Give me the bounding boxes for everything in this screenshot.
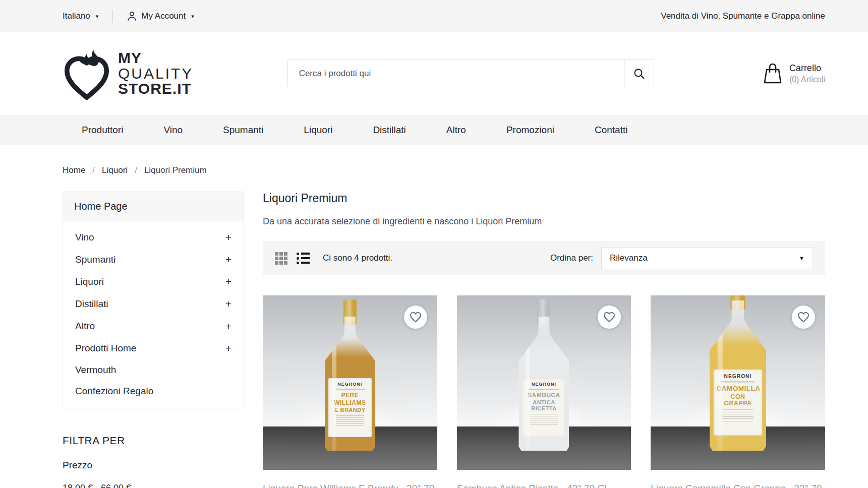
filter-group-prezzo: Prezzo xyxy=(63,460,244,471)
nav-item-spumanti[interactable]: Spumanti xyxy=(223,125,263,136)
heart-icon xyxy=(603,312,615,323)
sidebar-item-prodotti-home[interactable]: Prodotti Home + xyxy=(63,337,244,359)
bottle-brand-text: NEGRONI xyxy=(331,382,369,387)
sidebar-item-label: Prodotti Home xyxy=(75,343,136,354)
product-image[interactable]: NEGRONI PERE WILLIAMS E BRANDY xyxy=(263,295,437,470)
search-box xyxy=(287,59,654,88)
wishlist-button[interactable] xyxy=(792,306,815,329)
cart-count: (0) Articoli xyxy=(789,75,825,84)
sidebar-item-label: Vino xyxy=(75,232,94,243)
breadcrumb-liquori[interactable]: Liquori xyxy=(102,165,128,175)
chevron-down-icon: ▾ xyxy=(96,13,99,20)
chevron-down-icon: ▾ xyxy=(191,13,194,20)
nav-item-altro[interactable]: Altro xyxy=(446,125,466,136)
sidebar-item-label: Confezioni Regalo xyxy=(75,386,153,397)
breadcrumb: Home / Liquori / Liquori Premium xyxy=(0,145,868,192)
nav-item-promozioni[interactable]: Promozioni xyxy=(506,125,554,136)
product-image[interactable]: NEGRONI SAMBUCA ANTICA RICETTA xyxy=(457,295,631,470)
product-count: Ci sono 4 prodotti. xyxy=(323,253,392,263)
sidebar-item-confezioni-regalo[interactable]: Confezioni Regalo xyxy=(63,381,244,402)
nav-item-distillati[interactable]: Distillati xyxy=(373,125,406,136)
product-image[interactable]: NEGRONI CAMOMILLA CON GRAPPA xyxy=(651,295,825,470)
product-grid: NEGRONI PERE WILLIAMS E BRANDY xyxy=(263,295,825,488)
bottle-label-line2: E BRANDY xyxy=(331,407,369,413)
site-tagline: Vendita di Vino, Spumante e Grappa onlin… xyxy=(661,11,825,21)
expand-plus-icon[interactable]: + xyxy=(225,231,232,243)
expand-plus-icon[interactable]: + xyxy=(225,320,232,332)
my-account-menu[interactable]: My Account ▾ xyxy=(127,11,194,21)
sidebar-item-spumanti[interactable]: Spumanti + xyxy=(63,249,244,271)
sidebar-item-altro[interactable]: Altro + xyxy=(63,315,244,337)
expand-plus-icon[interactable]: + xyxy=(225,254,232,266)
wishlist-button[interactable] xyxy=(598,306,621,329)
price-range-value: 18,00 € - 66,00 € xyxy=(63,483,244,488)
search-button[interactable] xyxy=(624,59,654,88)
shopping-bag-icon xyxy=(763,63,782,84)
sidebar-item-vermouth[interactable]: Vermouth xyxy=(63,359,244,381)
sort-select[interactable]: Rilevanza ▼ xyxy=(601,247,813,269)
sidebar-item-label: Vermouth xyxy=(75,364,116,376)
header: MY QUALITY STORE.IT Carrello xyxy=(0,32,868,115)
logo-text-store: STORE.IT xyxy=(118,81,193,97)
product-title[interactable]: Sambuca Antica Ricetta - 42° 70 Cl - Dis… xyxy=(457,481,631,488)
category-panel: Home Page Vino + Spumanti + Liquori + Di… xyxy=(63,192,244,409)
expand-plus-icon[interactable]: + xyxy=(225,342,232,354)
caret-down-icon: ▼ xyxy=(799,255,804,261)
heart-flame-logo-icon xyxy=(63,45,111,102)
bottle-label-line1: SAMBUCA xyxy=(525,392,563,399)
breadcrumb-home[interactable]: Home xyxy=(63,165,85,175)
language-selector[interactable]: Italiano ▾ xyxy=(63,11,98,21)
cart-button[interactable]: Carrello (0) Articoli xyxy=(763,63,825,84)
bottle-illustration: NEGRONI SAMBUCA ANTICA RICETTA xyxy=(518,299,569,451)
sidebar-item-label: Spumanti xyxy=(75,254,115,265)
user-icon xyxy=(127,11,137,21)
cart-label: Carrello xyxy=(789,63,825,74)
nav-item-liquori[interactable]: Liquori xyxy=(304,125,332,136)
product-card: NEGRONI PERE WILLIAMS E BRANDY xyxy=(263,295,437,488)
list-view-icon[interactable] xyxy=(297,253,310,264)
sidebar-item-label: Altro xyxy=(75,321,95,332)
filter-section-title: FILTRA PER xyxy=(63,435,244,447)
sort-by-label: Ordina per: xyxy=(550,253,593,263)
grid-view-icon[interactable] xyxy=(275,252,287,265)
nav-item-produttori[interactable]: Produttori xyxy=(82,125,123,136)
nav-item-contatti[interactable]: Contatti xyxy=(595,125,627,136)
page-title: Liquori Premium xyxy=(263,192,825,205)
product-card: NEGRONI CAMOMILLA CON GRAPPA xyxy=(651,295,825,488)
sidebar-item-distillati[interactable]: Distillati + xyxy=(63,293,244,315)
bottle-brand-text: NEGRONI xyxy=(717,374,760,379)
sidebar-item-vino[interactable]: Vino + xyxy=(63,226,244,249)
sidebar-item-home-page[interactable]: Home Page xyxy=(63,192,244,221)
bottle-label-line2: ANTICA RICETTA xyxy=(525,399,563,411)
sidebar-item-liquori[interactable]: Liquori + xyxy=(63,271,244,293)
breadcrumb-separator: / xyxy=(135,165,137,175)
search-input[interactable] xyxy=(288,59,624,88)
wishlist-button[interactable] xyxy=(404,306,427,329)
language-label: Italiano xyxy=(63,11,90,21)
breadcrumb-separator: / xyxy=(92,165,95,175)
store-logo[interactable]: MY QUALITY STORE.IT xyxy=(63,45,193,102)
product-title[interactable]: Liquore Camomilla Con Grappa - 32° 70 Cl… xyxy=(651,481,825,488)
divider xyxy=(112,10,113,23)
main-navigation: Produttori Vino Spumanti Liquori Distill… xyxy=(0,115,868,145)
bottle-brand-text: NEGRONI xyxy=(525,382,563,387)
bottle-illustration: NEGRONI PERE WILLIAMS E BRANDY xyxy=(325,299,375,451)
sidebar-item-label: Liquori xyxy=(75,276,104,287)
sidebar-item-label: Distillati xyxy=(75,298,108,310)
expand-plus-icon[interactable]: + xyxy=(225,276,232,288)
product-title[interactable]: Liquore Pere Williams E Brandy - 30° 70 … xyxy=(263,481,437,488)
bottle-illustration: NEGRONI CAMOMILLA CON GRAPPA xyxy=(710,295,766,451)
heart-icon xyxy=(797,312,809,323)
breadcrumb-current: Liquori Premium xyxy=(144,165,207,175)
bottle-label-line1: CAMOMILLA xyxy=(717,385,760,393)
top-bar: Italiano ▾ My Account ▾ Vendita di Vino,… xyxy=(0,0,868,32)
listing-toolbar: Ci sono 4 prodotti. Ordina per: Rilevanz… xyxy=(263,241,825,275)
search-icon xyxy=(633,68,645,80)
nav-item-vino[interactable]: Vino xyxy=(163,125,183,136)
product-card: NEGRONI SAMBUCA ANTICA RICETTA xyxy=(457,295,631,488)
sort-selected-value: Rilevanza xyxy=(610,253,648,263)
page-subtitle: Da una accurata selezione di ingredienti… xyxy=(263,216,825,227)
expand-plus-icon[interactable]: + xyxy=(225,298,232,310)
sidebar: Home Page Vino + Spumanti + Liquori + Di… xyxy=(63,192,244,488)
account-label: My Account xyxy=(141,11,186,21)
